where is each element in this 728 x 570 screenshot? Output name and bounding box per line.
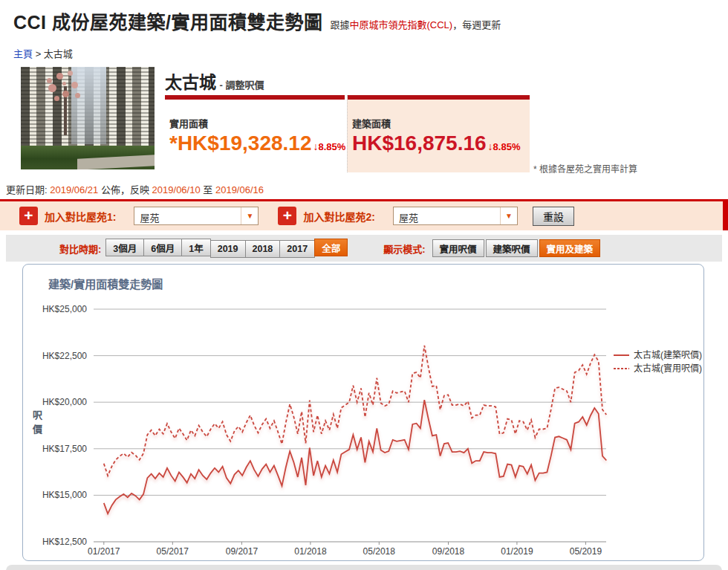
gross-area-label: 建築面積 [352,116,530,130]
breadcrumb-current: 太古城 [44,48,73,59]
x-tick-label: 01/2019 [501,546,533,557]
publish-date: 2019/06/21 [50,184,98,195]
period-button-2[interactable]: 1年 [181,239,210,256]
period-button-3[interactable]: 2019 [210,240,246,258]
mode-button-2[interactable]: 實用及建築 [539,239,601,257]
usable-rate-footnote: * 根據各屋苑之實用率計算 [533,162,637,175]
usable-change-value: 8.85% [318,141,345,152]
x-tick-label: 05/2018 [363,546,396,557]
breadcrumb-separator: > [36,48,42,59]
period-button-0[interactable]: 3個月 [105,239,144,256]
x-tick-label: 09/2017 [226,546,259,557]
legend-label: 太古城(實用呎價) [634,363,702,374]
y-tick-label: HK$22,500 [42,351,87,361]
x-tick-label: 01/2018 [294,546,327,557]
gross-price: HK$16,875.16↓8.85% [352,132,530,155]
usable-panel-topbar [165,95,345,100]
add-estate2-plus-icon[interactable]: + [278,207,296,225]
mode-button-group: 實用呎價建築呎價實用及建築 [431,239,601,257]
photo-tree [64,86,67,135]
estate2-select-value: 屋苑 [394,207,500,224]
gross-change-value: 8.85% [493,141,521,152]
subtitle-prefix: 跟據 [330,19,349,30]
estate2-select[interactable]: 屋苑 ▼ [393,207,518,225]
series-lines [104,346,607,514]
period-filter-label: 對比時期: [59,242,101,256]
legend-label: 太古城(建築呎價) [634,349,702,360]
compare-estate1-label: 加入對比屋苑1: [45,209,116,224]
period-button-6[interactable]: 全部 [314,239,348,256]
mode-button-0[interactable]: 實用呎價 [432,239,484,257]
compare-bar: + 加入對比屋苑1: 屋苑 ▼ + 加入對比屋苑2: 屋苑 ▼ 重設 [0,199,728,230]
reflect-to-date: 2019/06/16 [215,184,264,195]
page-subtitle: 跟據中原城市領先指數(CCL)，每週更新 [330,17,501,34]
y-tick-label: HK$17,500 [42,444,87,454]
estate-name-row: 太古城 - 調整呎價 [165,68,264,94]
gross-price-value: HK$16,875.16 [352,132,487,155]
update-to-word: 至 [203,184,212,195]
y-tick-label: HK$12,500 [42,537,87,547]
chart-card: 建築/實用面積雙走勢圖 呎價 HK$25,000HK$22,500HK$20,0… [22,264,704,561]
series-line-0 [104,400,607,514]
usable-price: *HK$19,328.12↓8.85% [169,132,345,155]
usable-price-panel: 實用面積 *HK$19,328.12↓8.85% [165,95,345,172]
page-title: CCI 成份屋苑建築/實用面積雙走勢圖 [13,7,322,34]
gross-panel-topbar [348,95,530,100]
period-button-1[interactable]: 6個月 [143,239,182,256]
chevron-down-icon: ▼ [241,207,258,224]
estate1-select-value: 屋苑 [134,207,241,224]
gross-price-panel: 建築面積 HK$16,875.16↓8.85% [347,95,530,172]
period-button-group: 3個月6個月1年201920182017全部 [106,239,348,258]
estate1-select[interactable]: 屋苑 ▼ [134,207,259,225]
x-tick-label: 01/2017 [88,546,120,557]
ccl-index-link[interactable]: 中原城市領先指數(CCL) [349,19,452,30]
usable-change: ↓8.85% [313,141,345,152]
reflect-from-date: 2019/06/10 [152,184,201,195]
add-estate1-plus-icon[interactable]: + [19,207,38,225]
compare-estate2-label: 加入對比屋苑2: [303,209,374,224]
down-arrow-icon: ↓ [488,140,493,152]
mode-button-1[interactable]: 建築呎價 [486,239,538,257]
filter-bar: 對比時期: 3個月6個月1年201920182017全部 顯示模式: 實用呎價建… [6,235,722,262]
series-line-1 [104,346,607,476]
reset-button[interactable]: 重設 [533,207,574,226]
update-date-line: 更新日期: 2019/06/21 公佈，反映 2019/06/10 至 2019… [6,182,264,196]
chevron-down-icon: ▼ [500,207,517,224]
x-tick-label: 05/2017 [157,546,189,557]
breadcrumb: 主頁 > 太古城 [13,46,73,60]
usable-area-label: 實用面積 [169,116,345,130]
breadcrumb-home-link[interactable]: 主頁 [13,48,33,59]
y-tick-label: HK$25,000 [42,304,87,314]
x-tick-label: 09/2018 [432,546,465,557]
next-section-strip [6,565,722,570]
gross-change: ↓8.85% [488,141,521,152]
photo-haze [71,67,106,144]
mode-filter-label: 顯示模式: [383,242,425,256]
y-tick-label: HK$20,000 [42,397,87,407]
period-button-4[interactable]: 2018 [245,240,281,258]
usable-price-value: *HK$19,328.12 [169,132,311,155]
x-axis: 01/201705/201709/201701/201805/201809/20… [88,542,602,557]
price-trend-chart: HK$25,000HK$22,500HK$20,000HK$17,500HK$1… [23,265,703,560]
update-middle: 公佈，反映 [101,184,149,195]
estate-name: 太古城 [165,73,216,92]
estate-photo [21,67,155,169]
period-button-5[interactable]: 2017 [279,240,315,258]
chart-legend: 太古城(建築呎價)太古城(實用呎價) [614,349,702,374]
update-prefix: 更新日期: [6,184,48,195]
page-header: CCI 成份屋苑建築/實用面積雙走勢圖 跟據中原城市領先指數(CCL)，每週更新 [13,7,501,34]
subtitle-suffix: ，每週更新 [452,19,501,30]
estate-name-suffix: - 調整呎價 [219,80,264,91]
x-tick-label: 05/2019 [570,546,602,557]
y-tick-label: HK$15,000 [42,490,87,500]
